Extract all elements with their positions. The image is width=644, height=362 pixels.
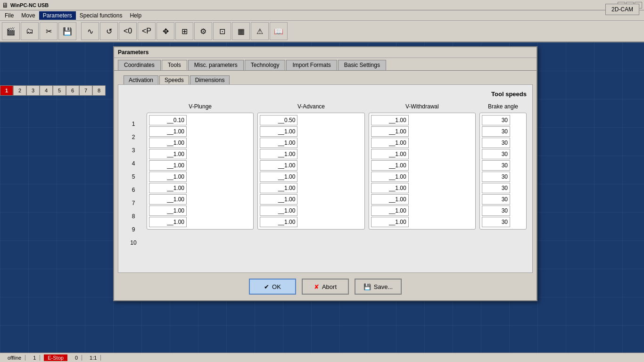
vplunge-2[interactable] <box>149 126 187 137</box>
tab-4[interactable]: 4 <box>40 85 53 96</box>
save-button-dialog[interactable]: 💾 Save... <box>355 279 402 295</box>
vwithdrawal-3[interactable] <box>371 138 409 148</box>
vadvance-4[interactable] <box>260 149 297 159</box>
vwithdrawal-10[interactable] <box>371 217 409 227</box>
vadvance-10[interactable] <box>260 217 297 227</box>
vplunge-7[interactable] <box>149 183 187 193</box>
load-button[interactable]: 🗂 <box>21 22 39 40</box>
title-bar: 🖥 WinPC-NC USB − □ ✕ <box>0 0 644 10</box>
vwithdrawal-9[interactable] <box>371 206 409 216</box>
measure-button[interactable]: ⊡ <box>213 22 231 40</box>
warning-button[interactable]: ⚠ <box>251 22 269 40</box>
tab-2[interactable]: 2 <box>13 85 26 96</box>
vwithdrawal-6[interactable] <box>371 172 409 182</box>
vwithdrawal-1[interactable] <box>371 115 409 125</box>
move-button[interactable]: ✥ <box>157 22 174 40</box>
brake-col: Brake angle <box>479 103 527 230</box>
tab-coordinates[interactable]: Coordinates <box>118 60 161 70</box>
cam-button[interactable]: 2D-CAM <box>605 4 639 15</box>
tab-8[interactable]: 8 <box>92 85 106 96</box>
tab-basic[interactable]: Basic Settings <box>338 60 386 70</box>
subtab-dimensions[interactable]: Dimensions <box>190 75 230 84</box>
vwithdrawal-col: V-Withdrawal <box>369 103 476 230</box>
tab-1[interactable]: 1 <box>0 85 13 96</box>
vadvance-9[interactable] <box>260 206 297 216</box>
zero-button[interactable]: <0 <box>119 22 137 40</box>
menu-file[interactable]: File <box>1 11 17 20</box>
row-label-5: 5 <box>124 170 143 183</box>
main-tab-nav: Coordinates Tools Misc. parameters Techn… <box>114 58 537 70</box>
save-disk-icon: 💾 <box>363 283 371 290</box>
subtab-activation[interactable]: Activation <box>124 75 158 84</box>
ok-button[interactable]: ✔ OK <box>249 279 296 295</box>
vwithdrawal-2[interactable] <box>371 126 409 137</box>
vplunge-col: V-Plunge <box>147 103 254 230</box>
tab-3[interactable]: 3 <box>26 85 40 96</box>
tab-7[interactable]: 7 <box>79 85 92 96</box>
vplunge-3[interactable] <box>149 138 187 148</box>
menu-move[interactable]: Move <box>17 11 39 20</box>
vplunge-6[interactable] <box>149 172 187 182</box>
row-label-9: 9 <box>124 223 143 236</box>
vwithdrawal-4[interactable] <box>371 149 409 159</box>
save-button[interactable]: 💾 <box>58 22 76 40</box>
vadvance-3[interactable] <box>260 138 297 148</box>
vplunge-9[interactable] <box>149 206 187 216</box>
brake-2[interactable] <box>482 126 510 137</box>
brake-8[interactable] <box>482 194 510 205</box>
brake-4[interactable] <box>482 149 510 159</box>
refresh-button[interactable]: ↺ <box>100 22 118 40</box>
vplunge-1[interactable] <box>149 115 187 125</box>
tab-6[interactable]: 6 <box>66 85 79 96</box>
vadvance-6[interactable] <box>260 172 297 182</box>
vadvance-7[interactable] <box>260 183 297 193</box>
film-button[interactable]: 🎬 <box>2 22 20 40</box>
menu-special[interactable]: Special functions <box>76 11 126 20</box>
tab-technology[interactable]: Technology <box>245 60 286 70</box>
brake-6[interactable] <box>482 172 510 182</box>
vwithdrawal-8[interactable] <box>371 194 409 205</box>
ok-check-icon: ✔ <box>264 283 269 290</box>
vplunge-5[interactable] <box>149 160 187 171</box>
vplunge-10[interactable] <box>149 217 187 227</box>
help-button[interactable]: 📖 <box>270 22 288 40</box>
vadvance-2[interactable] <box>260 126 297 137</box>
menu-parameters[interactable]: Parameters <box>39 11 76 20</box>
tab-5[interactable]: 5 <box>53 85 66 96</box>
settings-button[interactable]: ⚙ <box>194 22 212 40</box>
tool-button[interactable]: ✂ <box>40 22 58 40</box>
curve-button[interactable]: ∿ <box>81 22 99 40</box>
subtab-speeds[interactable]: Speeds <box>159 75 189 84</box>
vadvance-8[interactable] <box>260 194 297 205</box>
brake-header: Brake angle <box>479 103 527 110</box>
tab-misc[interactable]: Misc. parameters <box>188 60 244 70</box>
vadvance-5[interactable] <box>260 160 297 171</box>
vadvance-inputs <box>257 113 364 230</box>
brake-1[interactable] <box>482 115 510 125</box>
menu-bar: File Move Parameters Special functions H… <box>0 10 644 21</box>
vadvance-header: V-Advance <box>257 103 364 110</box>
brake-7[interactable] <box>482 183 510 193</box>
status-estop[interactable]: E-Stop <box>44 354 67 361</box>
vadvance-1[interactable] <box>260 115 297 125</box>
vwithdrawal-5[interactable] <box>371 160 409 171</box>
vwithdrawal-7[interactable] <box>371 183 409 193</box>
vwithdrawal-header: V-Withdrawal <box>369 103 476 110</box>
menu-help[interactable]: Help <box>126 11 145 20</box>
table-button[interactable]: ▦ <box>232 22 250 40</box>
brake-10[interactable] <box>482 217 510 227</box>
main-area: 1 2 3 4 5 6 7 8 Parameters Coordinates T… <box>0 42 644 353</box>
ref-button[interactable]: <P <box>138 22 156 40</box>
tab-import[interactable]: Import Formats <box>286 60 337 70</box>
status-offline: offline <box>4 355 25 361</box>
brake-5[interactable] <box>482 160 510 171</box>
vplunge-8[interactable] <box>149 194 187 205</box>
tab-tools[interactable]: Tools <box>162 60 187 70</box>
vplunge-4[interactable] <box>149 149 187 159</box>
grid-button[interactable]: ⊞ <box>175 22 193 40</box>
vplunge-header: V-Plunge <box>147 103 254 110</box>
brake-9[interactable] <box>482 206 510 216</box>
abort-button[interactable]: ✘ Abort <box>302 279 349 295</box>
brake-3[interactable] <box>482 138 510 148</box>
vadvance-col: V-Advance <box>257 103 364 230</box>
